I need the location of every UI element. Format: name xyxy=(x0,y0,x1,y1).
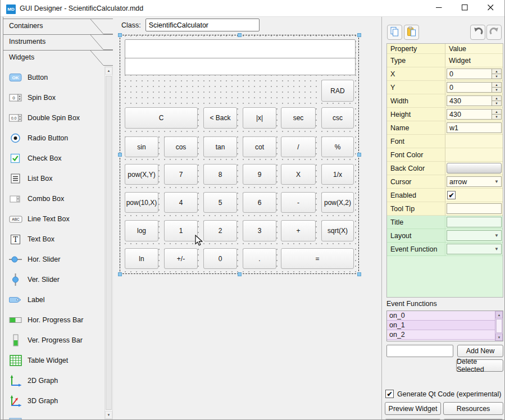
property-value-cell[interactable]: Widget xyxy=(445,54,503,67)
calc-button[interactable]: 1 xyxy=(164,220,198,241)
palette-item-hor-slider[interactable]: Hor. Slider xyxy=(3,249,104,270)
calc-button[interactable]: sec xyxy=(281,107,316,129)
selection-handle[interactable] xyxy=(118,153,122,157)
selection-handle[interactable] xyxy=(118,272,122,276)
calc-button[interactable]: 3 xyxy=(243,220,276,241)
scrollbar-thumb[interactable] xyxy=(496,319,502,333)
spin-up-icon[interactable]: ▲ xyxy=(492,69,501,74)
calc-button[interactable]: pow(10,X) xyxy=(125,192,158,213)
dropdown-field[interactable]: arrow ▼ xyxy=(447,176,502,187)
property-value-cell[interactable]: arrow ▼ xyxy=(445,175,503,189)
palette-item-spin-box[interactable]: 0 Spin Box xyxy=(3,88,104,108)
calc-button[interactable]: |x| xyxy=(243,107,276,129)
add-new-button[interactable]: Add New xyxy=(457,345,503,357)
scroll-down-icon[interactable]: ▼ xyxy=(105,411,112,419)
text-field[interactable] xyxy=(447,203,502,214)
spin-up-icon[interactable]: ▲ xyxy=(492,96,501,101)
spin-up-icon[interactable]: ▲ xyxy=(492,109,501,115)
event-function-item[interactable]: on_2 xyxy=(387,330,495,340)
calc-button[interactable]: 4 xyxy=(164,192,198,213)
spin-up-icon[interactable]: ▲ xyxy=(492,83,501,88)
palette-item-check-box[interactable]: Check Box xyxy=(3,148,104,168)
spin-buttons[interactable]: ▲▼ xyxy=(492,83,501,92)
calc-button[interactable]: 0 xyxy=(203,248,237,269)
paste-button[interactable] xyxy=(404,25,419,40)
palette-item-radio-button[interactable]: Radio Button xyxy=(3,128,104,148)
calc-button[interactable]: ln xyxy=(125,248,158,269)
property-value-cell[interactable] xyxy=(445,162,503,175)
scroll-down-icon[interactable]: ▼ xyxy=(495,334,503,341)
class-name-input[interactable] xyxy=(145,19,260,31)
selection-handle[interactable] xyxy=(238,272,242,276)
palette-item-double-spin-box[interactable]: 0.0 Double Spin Box xyxy=(3,108,104,128)
color-picker-button[interactable] xyxy=(447,163,502,174)
calc-button[interactable]: RAD xyxy=(321,80,354,102)
maximize-button[interactable] xyxy=(452,0,477,17)
palette-item-list-box[interactable]: List Box xyxy=(3,168,104,189)
spin-field[interactable]: 0 ▲▼ xyxy=(447,82,502,93)
spin-down-icon[interactable]: ▼ xyxy=(492,88,501,92)
palette-tab-containers[interactable]: Containers xyxy=(3,19,113,34)
property-value-cell[interactable]: 430 ▲▼ xyxy=(445,94,503,108)
undo-button[interactable] xyxy=(470,25,485,40)
palette-item-3d-graph[interactable]: 3D Graph xyxy=(3,391,104,411)
text-field[interactable] xyxy=(447,217,502,227)
palette-tab-instruments[interactable]: Instruments xyxy=(3,34,113,50)
calc-button[interactable]: pow(X,2) xyxy=(321,192,354,213)
calc-button[interactable]: 7 xyxy=(164,164,198,185)
minimize-button[interactable] xyxy=(426,0,452,17)
dropdown-field[interactable]: ▼ xyxy=(447,244,502,254)
property-value-cell[interactable]: 0 ▲▼ xyxy=(445,81,503,94)
calc-button[interactable]: % xyxy=(321,136,354,157)
event-function-item[interactable]: on_1 xyxy=(387,321,495,330)
spin-down-icon[interactable]: ▼ xyxy=(492,115,501,119)
generate-qt-checkbox[interactable]: ✔ xyxy=(385,390,394,398)
calc-button[interactable]: sin xyxy=(125,136,158,157)
selection-handle[interactable] xyxy=(238,33,242,37)
calc-button[interactable]: . xyxy=(243,248,276,269)
calc-button[interactable]: pow(X,Y) xyxy=(125,164,158,185)
scrollbar-thumb[interactable] xyxy=(106,76,112,410)
calc-button[interactable]: 5 xyxy=(203,192,237,213)
selection-handle[interactable] xyxy=(357,272,361,276)
calc-button[interactable]: 1/x xyxy=(321,164,354,185)
text-field[interactable]: w1 xyxy=(447,122,502,133)
new-event-function-input[interactable] xyxy=(386,345,453,357)
property-value-cell[interactable] xyxy=(445,216,503,229)
spin-down-icon[interactable]: ▼ xyxy=(492,74,501,79)
palette-item-label[interactable]: Label xyxy=(3,290,104,310)
spin-buttons[interactable]: ▲▼ xyxy=(492,96,501,106)
property-value-cell[interactable] xyxy=(445,148,503,162)
spin-field[interactable]: 0 ▲▼ xyxy=(447,69,502,79)
palette-item-clipped[interactable] xyxy=(3,411,104,419)
palette-item-table-widget[interactable]: Table Widget xyxy=(3,350,104,371)
spin-buttons[interactable]: ▲▼ xyxy=(492,109,501,119)
scroll-up-icon[interactable]: ▲ xyxy=(105,67,112,75)
calc-button[interactable]: log xyxy=(125,220,158,241)
calc-button[interactable]: cot xyxy=(243,136,276,157)
designed-widget-canvas[interactable]: RADC< Back|x|seccscsincostancot/%pow(X,Y… xyxy=(120,35,359,274)
property-value-cell[interactable]: ▼ xyxy=(445,243,503,256)
calc-button[interactable]: X xyxy=(281,164,316,185)
selection-handle[interactable] xyxy=(357,33,361,37)
palette-item-ver-progress-bar[interactable]: Ver. Progress Bar xyxy=(3,330,104,350)
spin-field[interactable]: 430 ▲▼ xyxy=(447,109,502,120)
calc-button[interactable]: 2 xyxy=(203,220,237,241)
calc-button[interactable]: 9 xyxy=(243,164,276,185)
scroll-up-icon[interactable]: ▲ xyxy=(495,311,503,318)
spin-buttons[interactable]: ▲▼ xyxy=(492,69,501,79)
property-value-cell[interactable]: 0 ▲▼ xyxy=(445,67,503,81)
calculator-display-2[interactable] xyxy=(125,58,356,75)
redo-button[interactable] xyxy=(486,25,502,40)
selection-handle[interactable] xyxy=(118,33,122,37)
palette-item-2d-graph[interactable]: 2D Graph xyxy=(3,371,104,391)
delete-selected-button[interactable]: Delete Selected xyxy=(456,359,503,372)
calc-button[interactable]: + xyxy=(281,220,316,241)
calc-button[interactable]: - xyxy=(281,192,316,213)
calc-button[interactable]: 6 xyxy=(243,192,276,213)
event-function-item[interactable]: on_0 xyxy=(387,311,495,321)
calc-button[interactable]: = xyxy=(281,248,354,269)
palette-tab-widgets[interactable]: Widgets xyxy=(3,50,113,66)
palette-item-hor-progress-bar[interactable]: Hor. Progress Bar xyxy=(3,310,104,330)
property-value-cell[interactable]: ✔ xyxy=(445,189,503,202)
